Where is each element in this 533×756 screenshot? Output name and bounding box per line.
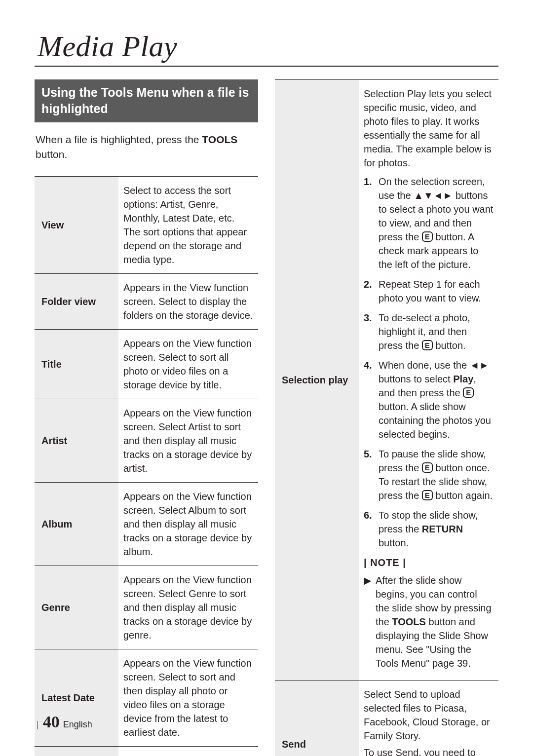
intro-pre: When a file is highlighted, press the	[36, 134, 202, 145]
table-row: ArtistAppears on the View function scree…	[35, 399, 258, 482]
opt-desc: Appears on the View function screen. Sel…	[118, 399, 258, 482]
list-item: 4.When done, use the ◄► buttons to selec…	[364, 358, 494, 441]
list-item: 5.To pause the slide show, press the E b…	[364, 447, 494, 502]
play-word: Play	[453, 374, 473, 384]
opt-label: Genre	[35, 566, 118, 649]
selection-steps: 1.On the selection screen, use the ▲▼◄► …	[364, 175, 494, 550]
opt-desc: Appears on the View function screen. Sel…	[118, 746, 258, 756]
opt-desc: Appears on the View function screen. Sel…	[118, 482, 258, 566]
selection-intro: Selection Play lets you select specific …	[364, 87, 494, 170]
opt-label: Album	[35, 482, 118, 566]
opt-label: Title	[35, 329, 118, 399]
tools-word: TOOLS	[392, 616, 426, 627]
title-underline	[35, 66, 498, 67]
page-no: 40	[42, 713, 61, 731]
enter-icon: E	[422, 462, 433, 473]
table-row: TitleAppears on the View function screen…	[35, 329, 258, 399]
options-table-left: ViewSelect to access the sort options: A…	[35, 176, 258, 756]
list-item: 6.To stop the slide show, press the RETU…	[364, 508, 494, 550]
options-table-right: Selection play Selection Play lets you s…	[275, 79, 498, 756]
page-number: | 40 English	[37, 713, 92, 731]
opt-label: Latest Date	[35, 649, 118, 746]
triangle-icon: ▶	[364, 573, 376, 670]
table-row: Latest DateAppears on the View function …	[35, 649, 258, 746]
opt-desc: Appears on the View function screen. Sel…	[118, 649, 258, 746]
right-column: Selection play Selection Play lets you s…	[275, 79, 498, 756]
opt-desc: Selection Play lets you select specific …	[359, 80, 498, 680]
opt-desc: Appears on the View function screen. Sel…	[118, 329, 258, 399]
section-intro: When a file is highlighted, press the TO…	[35, 132, 258, 162]
step-text: button again.	[433, 490, 493, 501]
table-row: ViewSelect to access the sort options: A…	[35, 176, 258, 273]
step-text: Repeat Step 1 for each photo you want to…	[379, 277, 494, 305]
section-heading: Using the Tools Menu when a file is high…	[35, 79, 258, 122]
step-text: button.	[433, 340, 466, 351]
enter-icon: E	[422, 340, 433, 350]
table-row: AlbumAppears on the View function screen…	[35, 482, 258, 566]
note-heading: | NOTE |	[364, 556, 494, 569]
send-p2: To use Send, you need to establish an ac…	[364, 746, 494, 756]
opt-label: Folder view	[35, 273, 118, 329]
table-row: Send Select Send to upload selected file…	[275, 680, 498, 756]
table-row: Selection play Selection Play lets you s…	[275, 80, 498, 680]
enter-icon: E	[463, 387, 474, 398]
enter-icon: E	[422, 490, 433, 500]
note-item: ▶ After the slide show begins, you can c…	[364, 573, 494, 670]
opt-label: Selection play	[275, 80, 359, 680]
step-text: button. A slide show containing the phot…	[379, 401, 491, 440]
intro-bold: TOOLS	[202, 134, 237, 145]
table-row: Earliest DateAppears on the View functio…	[35, 746, 258, 756]
left-column: Using the Tools Menu when a file is high…	[35, 79, 258, 756]
return-word: RETURN	[422, 524, 463, 534]
opt-label: View	[35, 176, 118, 273]
list-item: 2.Repeat Step 1 for each photo you want …	[364, 277, 494, 305]
send-p1: Select Send to upload selected files to …	[364, 687, 494, 743]
page-lang: English	[63, 719, 92, 729]
step-text: button.	[379, 537, 409, 548]
opt-desc: Appears in the View function screen. Sel…	[118, 273, 258, 329]
opt-desc: Select Send to upload selected files to …	[359, 680, 498, 756]
enter-icon: E	[422, 231, 433, 242]
opt-desc: Select to access the sort options: Artis…	[118, 176, 258, 273]
opt-label: Send	[275, 680, 359, 756]
opt-label: Earliest Date	[35, 746, 118, 756]
page-title: Media Play	[35, 30, 498, 64]
opt-desc: Appears on the View function screen. Sel…	[118, 566, 258, 649]
table-row: GenreAppears on the View function screen…	[35, 566, 258, 649]
list-item: 1.On the selection screen, use the ▲▼◄► …	[364, 175, 494, 271]
opt-label: Artist	[35, 399, 118, 482]
page-bar: |	[37, 719, 39, 729]
intro-post: button.	[36, 149, 67, 160]
list-item: 3.To de-select a photo, highlight it, an…	[364, 311, 494, 352]
table-row: Folder viewAppears in the View function …	[35, 273, 258, 329]
